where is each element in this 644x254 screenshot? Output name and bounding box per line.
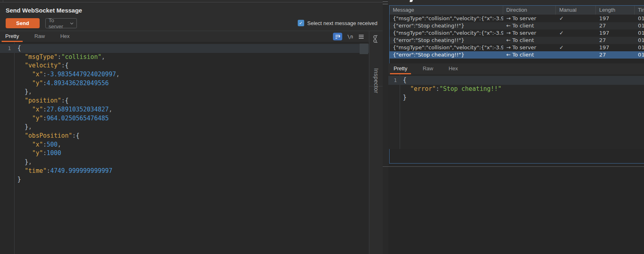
code-line: "msgType":"collision",	[0, 53, 369, 62]
line-number	[0, 70, 14, 79]
line-number	[0, 79, 14, 88]
table-row[interactable]: {"error":"Stop cheating!!"}← To client27…	[390, 22, 644, 29]
code-line: "position":{	[0, 97, 369, 105]
tab-raw[interactable]: Raw	[31, 31, 49, 42]
table-body: {"msgType":"collision","velocity":{"x":-…	[390, 15, 644, 59]
cell-message: {"error":"Stop cheating!!"}	[390, 22, 503, 29]
table-row[interactable]: {"error":"Stop cheating!!"}← To client27…	[390, 37, 644, 44]
cell-message: {"error":"Stop cheating!!"}	[390, 51, 503, 59]
cell-length: 27	[596, 37, 635, 44]
line-number	[0, 97, 14, 105]
inspector-icon	[373, 35, 379, 43]
line-number: 1	[388, 76, 400, 85]
send-button[interactable]: Send	[6, 18, 40, 28]
line-number	[0, 158, 14, 167]
code-text: "time":4749.999999999997	[14, 167, 112, 176]
line-number	[0, 167, 14, 176]
line-number: 1	[0, 44, 14, 53]
cell-direction: → To server	[503, 44, 556, 51]
code-line: },	[0, 88, 369, 97]
column-header-message[interactable]: Message	[390, 6, 503, 15]
cell-manual	[556, 51, 596, 59]
tab-hex[interactable]: Hex	[57, 31, 73, 42]
code-text: "position":{	[14, 97, 68, 105]
cell-length: 197	[596, 29, 635, 37]
code-text: },	[14, 158, 32, 167]
code-line: "y":964.0250565476485	[0, 114, 369, 123]
inspector-label: Inspector	[369, 46, 383, 115]
code-text: "y":1000	[14, 149, 61, 158]
divider	[369, 86, 383, 86]
splitter-line	[383, 166, 644, 167]
line-number	[388, 85, 400, 94]
line-number	[388, 93, 400, 102]
select-next-message-option[interactable]: ✓ Select next message received	[298, 20, 377, 26]
code-text: }	[14, 175, 21, 184]
direction-select[interactable]: To server	[45, 18, 77, 28]
cell-time: 01:1	[635, 29, 644, 37]
cell-manual	[556, 37, 596, 44]
cell-length: 197	[596, 44, 635, 51]
cell-manual	[556, 22, 596, 29]
table-row[interactable]: {"msgType":"collision","velocity":{"x":-…	[390, 15, 644, 22]
code-line: "obsPosition":{	[0, 132, 369, 141]
scrollbar-thumb[interactable]	[360, 44, 368, 54]
line-number	[0, 53, 14, 62]
editor-menu-button[interactable]	[358, 34, 364, 39]
code-line: "x":500,	[0, 141, 369, 149]
line-number	[0, 132, 14, 141]
column-header-length[interactable]: Length	[596, 6, 635, 15]
websocket-history-panel: Message Direction Manual Length Time {"m…	[388, 0, 644, 254]
tab-pretty[interactable]: Pretty	[2, 31, 23, 42]
horizontal-splitter[interactable]	[383, 164, 644, 168]
code-line: "error":"Stop cheating!!"	[388, 85, 644, 94]
code-line: 1{	[0, 44, 369, 53]
table-row[interactable]: {"msgType":"collision","velocity":{"x":-…	[390, 44, 644, 51]
column-header-time[interactable]: Time	[635, 6, 644, 15]
cell-length: 27	[596, 51, 635, 59]
direction-select-value: To server	[49, 17, 68, 29]
tab-pretty-bottom[interactable]: Pretty	[390, 63, 411, 74]
request-editor[interactable]: 1{ "msgType":"collision", "velocity":{ "…	[0, 42, 369, 254]
code-text: "msgType":"collision",	[14, 53, 105, 62]
code-text: "error":"Stop cheating!!"	[400, 85, 502, 94]
code-line: "x":-3.9835447924020997,	[0, 70, 369, 79]
line-number	[0, 149, 14, 158]
tab-raw-bottom[interactable]: Raw	[419, 63, 437, 74]
column-header-manual[interactable]: Manual	[556, 6, 596, 15]
cell-message: {"error":"Stop cheating!!"}	[390, 37, 503, 44]
inspector-sidebar[interactable]: Inspector	[369, 31, 382, 254]
cell-message: {"msgType":"collision","velocity":{"x":-…	[390, 44, 503, 51]
table-row[interactable]: {"msgType":"collision","velocity":{"x":-…	[390, 29, 644, 37]
message-detail-editor[interactable]: 1{ "error":"Stop cheating!!"}	[388, 74, 644, 149]
code-text: "x":-3.9835447924020997,	[14, 70, 120, 79]
code-text: },	[14, 88, 32, 97]
editor-scrollbar[interactable]	[360, 43, 368, 254]
cell-direction: ← To client	[503, 22, 556, 29]
cell-direction: ← To client	[503, 51, 556, 59]
code-text: {	[400, 76, 407, 85]
message-detail-tabbar: Pretty Raw Hex	[388, 63, 644, 75]
code-line: "x":27.68910352034827,	[0, 105, 369, 114]
chevron-down-icon	[70, 22, 74, 25]
send-websocket-panel: Send WebSocket Message Send To server ✓ …	[0, 0, 383, 254]
line-number	[0, 123, 14, 132]
panel-splitter[interactable]	[383, 0, 388, 254]
cell-direction: → To server	[503, 29, 556, 37]
tab-hex-bottom[interactable]: Hex	[445, 63, 462, 74]
select-next-checkbox[interactable]: ✓	[298, 20, 304, 26]
table-row[interactable]: {"error":"Stop cheating!!"}← To client27…	[390, 51, 644, 59]
code-text: "x":500,	[14, 141, 61, 149]
request-editor-tabbar: Pretty Raw Hex \n	[0, 31, 369, 42]
column-header-direction[interactable]: Direction	[503, 6, 556, 15]
cell-message: {"msgType":"collision","velocity":{"x":-…	[390, 15, 503, 22]
cell-direction: → To server	[503, 15, 556, 22]
word-wrap-toggle-button[interactable]	[333, 33, 342, 40]
cell-time: 01:1	[635, 22, 644, 29]
newline-toggle[interactable]: \n	[347, 34, 353, 40]
code-line: },	[0, 123, 369, 132]
cell-time: 01:1	[635, 51, 644, 59]
code-text: "obsPosition":{	[14, 132, 80, 141]
code-text: }	[400, 93, 407, 102]
cell-message: {"msgType":"collision","velocity":{"x":-…	[390, 29, 503, 37]
